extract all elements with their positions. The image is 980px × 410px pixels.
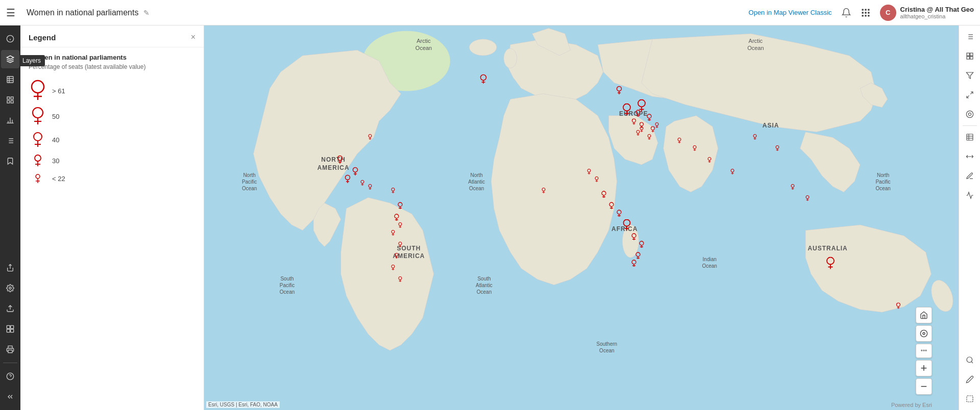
user-handle: allthatgeo_cristina — [900, 13, 946, 19]
notifications-button[interactable] — [841, 8, 851, 18]
filter-button[interactable] — [961, 66, 979, 85]
topbar: ☰ Women in national parliaments ✎ Open i… — [0, 0, 980, 25]
basemap-button[interactable] — [961, 47, 979, 65]
legend-item-xs: < 22 — [29, 170, 195, 187]
user-info: Cristina @ All That Geo allthatgeo_crist… — [900, 6, 974, 19]
home-button[interactable] — [916, 307, 932, 323]
svg-rect-6 — [862, 15, 863, 16]
svg-rect-18 — [11, 97, 13, 99]
attribution: Esri, USGS | Esri, FAO, NOAA — [206, 401, 280, 408]
svg-rect-13 — [7, 76, 13, 83]
sidebar-icon-help[interactable] — [1, 367, 19, 386]
edit-title-icon[interactable]: ✎ — [143, 9, 150, 17]
sidebar-icon-layers[interactable] — [1, 50, 19, 68]
select-button[interactable] — [961, 390, 979, 408]
sidebar-icon-settings[interactable] — [1, 279, 19, 297]
svg-rect-19 — [7, 100, 10, 103]
powered-by: Powered by Esri — [891, 402, 932, 408]
avatar: C — [880, 5, 896, 21]
sidebar-collapse-icon[interactable] — [1, 388, 19, 406]
panel-close-button[interactable]: × — [191, 33, 195, 42]
svg-rect-34 — [7, 325, 10, 328]
legend-symbol-xs — [29, 172, 47, 185]
open-classic-link[interactable]: Open in Map Viewer Classic — [749, 9, 832, 16]
svg-rect-2 — [868, 9, 869, 10]
main-area: Layers Legend × Women in national parlia… — [0, 25, 980, 410]
legend-layer-title: Women in national parliaments — [20, 47, 204, 63]
svg-rect-217 — [967, 53, 969, 56]
right-toolbar — [959, 25, 980, 410]
sidebar-icon-export[interactable] — [1, 299, 19, 318]
svg-rect-224 — [967, 134, 973, 140]
svg-rect-219 — [967, 57, 969, 59]
search-button[interactable] — [961, 351, 979, 369]
sidebar-icon-share[interactable] — [1, 259, 19, 277]
legend-label-lg: 50 — [52, 113, 59, 120]
draw-button[interactable] — [961, 370, 979, 389]
legend-label-sm: 30 — [52, 157, 59, 165]
legend-item-md: 40 — [29, 129, 195, 151]
zoom-out-button[interactable]: − — [916, 378, 932, 395]
svg-rect-218 — [970, 53, 972, 56]
svg-rect-20 — [11, 100, 13, 103]
svg-point-32 — [9, 287, 11, 289]
app-title: Women in national parliaments — [27, 8, 138, 17]
menu-icon[interactable]: ☰ — [6, 7, 15, 19]
sidebar-icon-apps2[interactable] — [1, 320, 19, 338]
svg-marker-221 — [966, 72, 973, 79]
svg-rect-7 — [865, 15, 866, 16]
zoom-in-button[interactable]: + — [916, 360, 932, 376]
svg-point-222 — [966, 111, 973, 117]
legend-panel: Layers Legend × Women in national parlia… — [20, 25, 204, 410]
svg-point-209 — [920, 330, 927, 337]
zoom-extent-button[interactable] — [961, 86, 979, 104]
svg-line-229 — [971, 362, 973, 363]
legend-item-lg: 50 — [29, 104, 195, 129]
svg-rect-220 — [970, 57, 972, 59]
svg-point-53 — [36, 174, 40, 178]
svg-rect-5 — [868, 12, 869, 13]
svg-rect-17 — [7, 97, 10, 99]
legend-item-sm: 30 — [29, 151, 195, 170]
svg-point-50 — [35, 155, 41, 161]
sidebar-icon-table[interactable] — [1, 70, 19, 89]
properties-button[interactable] — [961, 28, 979, 46]
sidebar-icon-info[interactable] — [1, 30, 19, 48]
sidebar-icon-bookmark[interactable] — [1, 152, 19, 170]
sidebar-icon-chart[interactable] — [1, 111, 19, 130]
svg-rect-3 — [862, 12, 863, 13]
legend-subtitle: Percentage of seats (latest available va… — [20, 63, 204, 75]
legend-symbol-md — [29, 131, 47, 149]
legend-item-xl: > 61 — [29, 78, 195, 104]
left-sidebar — [0, 25, 20, 410]
svg-point-60 — [469, 39, 497, 56]
map-background — [204, 25, 959, 410]
user-profile[interactable]: C Cristina @ All That Geo allthatgeo_cri… — [880, 5, 974, 21]
sidebar-icon-grid[interactable] — [1, 91, 19, 109]
panel-header: Legend × — [20, 25, 204, 47]
svg-point-228 — [967, 357, 972, 363]
topbar-right: Open in Map Viewer Classic C Cristina @ … — [749, 5, 974, 21]
table-view-button[interactable] — [961, 128, 979, 146]
analysis-button[interactable] — [961, 186, 979, 204]
legend-symbol-xl — [29, 80, 47, 102]
svg-rect-8 — [868, 15, 869, 16]
svg-point-210 — [923, 332, 925, 335]
sketch-button[interactable] — [961, 167, 979, 185]
svg-rect-1 — [865, 9, 866, 10]
measure-button[interactable] — [961, 147, 979, 166]
user-name: Cristina @ All That Geo — [900, 6, 974, 13]
svg-point-41 — [32, 81, 44, 93]
svg-rect-35 — [11, 325, 14, 328]
svg-point-58 — [622, 225, 639, 258]
sidebar-icon-print[interactable] — [1, 340, 19, 358]
map-area[interactable]: Arctic Ocean Arctic Ocean NORTH AMERICA … — [204, 25, 959, 410]
layer-view-button[interactable] — [961, 105, 979, 123]
more-button[interactable]: ••• — [916, 344, 932, 358]
svg-point-47 — [34, 133, 42, 141]
apps-grid-button[interactable] — [861, 8, 871, 18]
locate-button[interactable] — [916, 325, 932, 342]
svg-rect-36 — [7, 329, 10, 332]
sidebar-icon-list[interactable] — [1, 132, 19, 150]
panel-title: Legend — [29, 33, 56, 42]
